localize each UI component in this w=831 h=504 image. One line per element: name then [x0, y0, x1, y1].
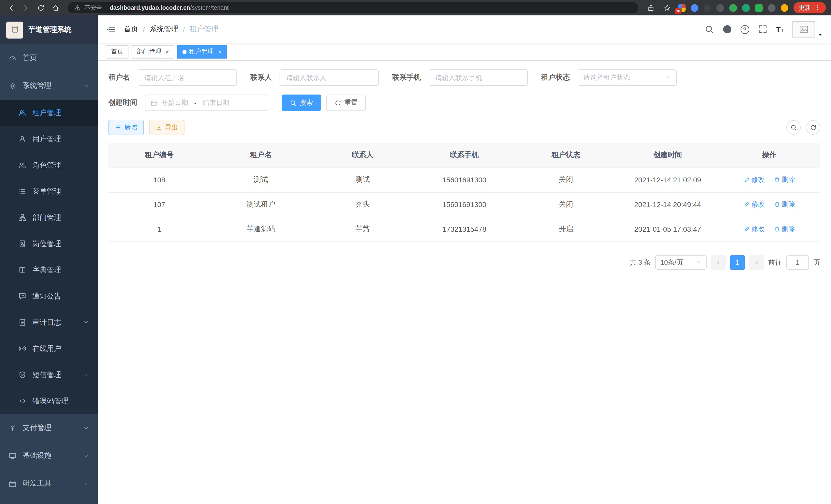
sidebar-item-online-user[interactable]: 在线用户 [0, 335, 98, 362]
page-button-1[interactable]: 1 [730, 255, 745, 269]
sidebar-item-label: 岗位管理 [32, 239, 61, 248]
back-button[interactable] [5, 2, 17, 13]
edit-icon [744, 177, 750, 183]
extension-icon-4[interactable] [716, 4, 724, 11]
sidebar-item-system[interactable]: 系统管理 [0, 72, 98, 100]
add-button[interactable]: 新增 [109, 120, 144, 135]
dashboard-icon [9, 54, 17, 62]
address-bar[interactable]: 不安全 dashboard.yudao.iocoder.cn/system/te… [68, 2, 638, 13]
forward-button[interactable] [20, 2, 31, 13]
edit-button[interactable]: 修改 [744, 175, 765, 184]
sidebar-item-devtools[interactable]: 研发工具 [0, 470, 98, 497]
date-end-placeholder: 结束日期 [203, 98, 229, 108]
sidebar-item-post[interactable]: 岗位管理 [0, 231, 98, 257]
user-menu[interactable] [793, 21, 823, 37]
sidebar: 芋道管理系统 首页 系统管理 租户管理 [0, 16, 98, 504]
extension-icon-8[interactable] [768, 4, 775, 11]
sidebar-item-sms[interactable]: 短信管理 [0, 362, 98, 388]
edit-label: 修改 [751, 225, 765, 234]
breadcrumb-home[interactable]: 首页 [124, 25, 138, 34]
reload-button[interactable] [35, 2, 46, 13]
delete-button[interactable]: 删除 [774, 225, 795, 234]
cell-tenant-name: 测试租户 [210, 192, 312, 217]
page-size-select[interactable]: 10条/页 [655, 255, 707, 269]
goto-page-input[interactable] [786, 255, 809, 269]
tab-dept[interactable]: 部门管理 × [132, 45, 174, 58]
github-icon[interactable] [722, 25, 732, 34]
cell-status: 关闭 [515, 192, 617, 217]
browser-update-button[interactable]: 更新 [794, 2, 826, 13]
delete-button[interactable]: 删除 [774, 200, 795, 209]
cell-tenant-id: 108 [109, 168, 210, 192]
avatar[interactable] [793, 21, 815, 37]
sidebar-item-infra[interactable]: 基础设施 [0, 442, 98, 470]
edit-button[interactable]: 修改 [744, 225, 765, 234]
sidebar-item-label: 通知公告 [32, 292, 61, 301]
sidebar-item-tenant[interactable]: 租户管理 [0, 100, 98, 126]
edit-label: 修改 [751, 175, 765, 184]
search-icon[interactable] [704, 25, 714, 34]
tab-tenant[interactable]: 租户管理 × [177, 45, 227, 58]
tenant-name-input[interactable] [138, 69, 237, 86]
font-size-icon[interactable]: TT [776, 25, 784, 34]
cell-created: 2021-12-14 20:49:44 [617, 192, 718, 217]
date-range-picker[interactable]: 开始日期 - 结束日期 [145, 94, 268, 111]
filter-phone: 联系手机 [392, 69, 528, 86]
prev-page-button[interactable] [711, 255, 726, 269]
delete-button[interactable]: 删除 [774, 175, 795, 184]
edit-button[interactable]: 修改 [744, 200, 765, 209]
sidebar-item-home[interactable]: 首页 [0, 44, 98, 72]
home-icon [52, 4, 59, 11]
sidebar-item-role[interactable]: 角色管理 [0, 152, 98, 178]
bookmark-button[interactable] [661, 2, 673, 13]
home-button[interactable] [50, 2, 61, 13]
extension-icon-5[interactable] [729, 4, 737, 11]
toggle-search-button[interactable] [786, 120, 801, 135]
extension-icon-6[interactable] [742, 4, 750, 11]
chevron-up-icon [83, 83, 89, 89]
status-select[interactable]: 请选择租户状态 [578, 69, 677, 86]
page-unit-label: 页 [813, 258, 820, 267]
search-button[interactable]: 搜索 [282, 94, 321, 111]
sidebar-item-dept[interactable]: 部门管理 [0, 205, 98, 231]
active-dot [182, 50, 187, 54]
refresh-icon [335, 99, 341, 106]
caret-down-icon[interactable] [818, 32, 823, 37]
fullscreen-icon[interactable] [758, 25, 767, 34]
extension-icon-9[interactable] [781, 4, 789, 11]
sidebar-item-dict[interactable]: 字典管理 [0, 257, 98, 283]
app: 芋道管理系统 首页 系统管理 租户管理 [0, 16, 831, 504]
close-icon[interactable]: × [218, 48, 222, 55]
extension-icon-1[interactable]: 10 [678, 4, 686, 11]
collapse-sidebar-icon[interactable] [106, 24, 116, 34]
phone-input[interactable] [429, 69, 528, 86]
help-icon[interactable]: ? [740, 25, 749, 34]
extension-icon-7[interactable] [755, 4, 763, 11]
export-button[interactable]: 导出 [149, 120, 184, 135]
sidebar-item-user[interactable]: 用户管理 [0, 126, 98, 152]
next-page-button[interactable] [749, 255, 764, 269]
extension-icon-3[interactable] [704, 4, 711, 11]
sidebar-item-menu[interactable]: 菜单管理 [0, 178, 98, 205]
pagination: 共 3 条 10条/页 1 前往 页 [109, 255, 820, 269]
contact-input[interactable] [280, 69, 379, 86]
sidebar-item-label: 错误码管理 [32, 396, 68, 406]
refresh-table-button[interactable] [806, 120, 820, 135]
tab-home[interactable]: 首页 [106, 45, 128, 58]
sidebar-item-label: 角色管理 [32, 160, 61, 170]
sidebar-item-error-code[interactable]: 错误码管理 [0, 388, 98, 414]
sidebar-menu: 首页 系统管理 租户管理 用户管理 [0, 44, 98, 504]
breadcrumb-system[interactable]: 系统管理 [149, 25, 178, 34]
reset-button[interactable]: 重置 [326, 94, 366, 111]
sidebar-item-audit-log[interactable]: 审计日志 [0, 309, 98, 335]
sidebar-item-notice[interactable]: 通知公告 [0, 283, 98, 309]
extension-icon-2[interactable] [691, 4, 698, 11]
cell-created: 2021-12-14 21:02:09 [617, 168, 718, 192]
sidebar-item-payment[interactable]: 支付管理 [0, 414, 98, 442]
app-title: 芋道管理系统 [28, 25, 71, 34]
logo-image [6, 21, 23, 38]
col-status: 租户状态 [515, 143, 617, 168]
share-button[interactable] [645, 2, 656, 13]
col-actions: 操作 [718, 143, 820, 168]
close-icon[interactable]: × [166, 48, 169, 55]
